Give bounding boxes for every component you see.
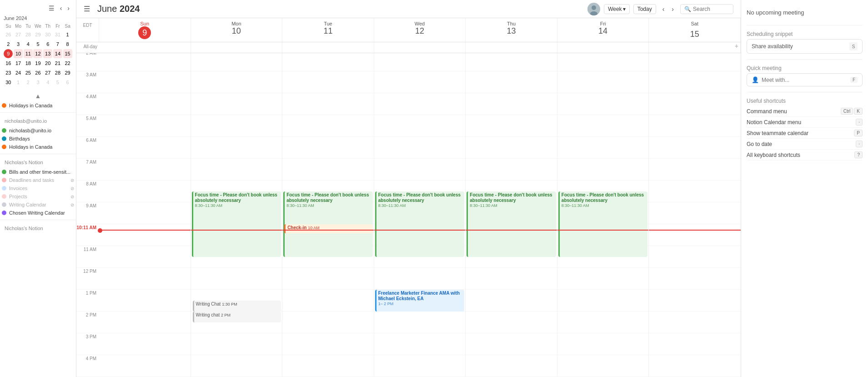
prev-week-btn[interactable]: ‹ <box>660 5 667 14</box>
mini-day-19[interactable]: 19 <box>33 59 42 68</box>
mini-day-31-prev[interactable]: 31 <box>53 30 62 39</box>
event-focus-thu[interactable]: Focus time - Please don't book unless ab… <box>467 191 556 257</box>
mini-cal-prev[interactable]: ‹ <box>58 4 64 13</box>
allday-fri[interactable] <box>557 42 649 53</box>
mini-day-15[interactable]: 15 <box>63 49 72 58</box>
day-col-sun[interactable] <box>99 53 191 377</box>
sidebar-item-nicholasb[interactable]: nicholasb@unito.io <box>0 126 76 135</box>
mini-day-13[interactable]: 13 <box>43 49 52 58</box>
mini-day-10[interactable]: 10 <box>14 49 23 58</box>
mini-day-28-prev[interactable]: 28 <box>24 30 33 39</box>
meet-with-input[interactable] <box>762 77 848 83</box>
event-checkin-tue[interactable]: Check-in 10 AM <box>284 224 373 233</box>
header-wed[interactable]: Wed 12 <box>374 18 466 42</box>
day-col-tue[interactable]: Focus time - Please don't book unless ab… <box>282 53 374 377</box>
mini-day-3-next[interactable]: 3 <box>33 78 42 87</box>
mini-day-6[interactable]: 6 <box>43 40 52 49</box>
calendars-collapse[interactable]: ▲ <box>0 90 76 101</box>
sidebar-item-chosen-writing[interactable]: Chosen Writing Calendar <box>0 209 76 217</box>
mini-day-25[interactable]: 25 <box>24 68 33 77</box>
header-sun[interactable]: Sun 9 <box>99 18 191 42</box>
mini-day-1[interactable]: 1 <box>63 30 72 39</box>
sidebar-item-holidays-personal[interactable]: Holidays in Canada <box>0 143 76 151</box>
mini-day-12[interactable]: 12 <box>33 49 42 58</box>
search-box[interactable]: 🔍 <box>680 4 733 14</box>
sidebar-item-holidays-top[interactable]: Holidays in Canada <box>0 101 76 110</box>
quick-meeting-box[interactable]: 👤 F <box>747 73 863 86</box>
mini-day-24[interactable]: 24 <box>14 68 23 77</box>
sidebar-item-bills[interactable]: Bills and other time-sensit... <box>0 168 76 176</box>
mini-day-18[interactable]: 18 <box>24 59 33 68</box>
mini-day-21[interactable]: 21 <box>53 59 62 68</box>
day-col-thu[interactable]: Focus time - Please don't book unless ab… <box>466 53 557 377</box>
mini-day-4-next[interactable]: 4 <box>43 78 52 87</box>
header-tue[interactable]: Tue 11 <box>282 18 374 42</box>
day-col-wed[interactable]: Focus time - Please don't book unless ab… <box>374 53 466 377</box>
allday-mon[interactable] <box>191 42 283 53</box>
mini-day-17[interactable]: 17 <box>14 59 23 68</box>
event-freelance-wed[interactable]: Freelance Marketer Finance AMA with Mich… <box>375 290 465 312</box>
mini-day-29[interactable]: 29 <box>63 68 72 77</box>
next-week-btn[interactable]: › <box>669 5 677 14</box>
allday-tue[interactable] <box>282 42 374 53</box>
event-writing-chat2-mon[interactable]: Writing chat 2 PM <box>193 312 281 322</box>
allday-sat[interactable]: + <box>649 42 741 53</box>
mini-day-20[interactable]: 20 <box>43 59 52 68</box>
mini-day-14[interactable]: 14 <box>53 49 62 58</box>
mini-day-6-next[interactable]: 6 <box>63 78 72 87</box>
mon-label: Mon <box>193 21 281 26</box>
allday-sun[interactable] <box>99 42 191 53</box>
event-focus-mon[interactable]: Focus time - Please don't book unless ab… <box>192 191 281 257</box>
sidebar-item-deadlines[interactable]: Deadlines and tasks ⊘ <box>0 176 76 184</box>
mini-day-22[interactable]: 22 <box>63 59 72 68</box>
mini-cal-next[interactable]: › <box>65 4 71 13</box>
share-availability-button[interactable]: Share availability S <box>747 39 863 54</box>
header-mon[interactable]: Mon 10 <box>191 18 283 42</box>
day-col-sat[interactable] <box>649 53 741 377</box>
mini-day-9-today[interactable]: 9 <box>4 49 13 58</box>
sat-grid <box>649 53 741 377</box>
sidebar-toggle-btn[interactable]: ☰ <box>84 5 90 13</box>
header-thu[interactable]: Thu 13 <box>466 18 557 42</box>
allday-wed[interactable] <box>374 42 466 53</box>
day-col-mon[interactable]: Focus time - Please don't book unless ab… <box>191 53 283 377</box>
mini-day-28[interactable]: 28 <box>53 68 62 77</box>
sidebar-item-birthdays[interactable]: Birthdays <box>0 135 76 143</box>
mini-day-7[interactable]: 7 <box>53 40 62 49</box>
mini-day-3[interactable]: 3 <box>14 40 23 49</box>
sidebar-toggle[interactable]: ☰ <box>47 4 56 13</box>
sidebar-item-invoices[interactable]: Invoices ⊘ <box>0 184 76 192</box>
wed-h5 <box>374 115 466 137</box>
mini-day-8[interactable]: 8 <box>63 40 72 49</box>
day-col-fri[interactable]: Focus time - Please don't book unless ab… <box>557 53 649 377</box>
mini-day-26-prev[interactable]: 26 <box>4 30 13 39</box>
cal-body-scroll[interactable]: 1 AM 2 AM 3 AM 4 AM 5 AM 6 AM 7 AM 8 AM … <box>76 53 741 377</box>
allday-thu[interactable] <box>466 42 557 53</box>
sidebar-item-projects[interactable]: Projects ⊘ <box>0 192 76 201</box>
event-focus-wed[interactable]: Focus time - Please don't book unless ab… <box>375 191 465 257</box>
mini-day-2-next[interactable]: 2 <box>24 78 33 87</box>
sidebar-item-writing-cal[interactable]: Writing Calendar ⊘ <box>0 201 76 209</box>
mini-day-16[interactable]: 16 <box>4 59 13 68</box>
view-selector[interactable]: Week ▾ <box>604 4 629 14</box>
mini-day-27[interactable]: 27 <box>43 68 52 77</box>
avatar[interactable] <box>587 3 600 15</box>
event-writing-chat-mon[interactable]: Writing Chat 1:30 PM <box>193 301 281 312</box>
mini-day-23[interactable]: 23 <box>4 68 13 77</box>
mini-day-27-prev[interactable]: 27 <box>14 30 23 39</box>
mini-day-4[interactable]: 4 <box>24 40 33 49</box>
mini-day-1-next[interactable]: 1 <box>14 78 23 87</box>
mini-day-5-next[interactable]: 5 <box>53 78 62 87</box>
header-sat[interactable]: Sat 15 <box>649 18 741 42</box>
mini-day-30-prev[interactable]: 30 <box>43 30 52 39</box>
today-button[interactable]: Today <box>633 4 656 14</box>
search-input[interactable] <box>693 6 729 12</box>
mini-day-11[interactable]: 11 <box>24 49 33 58</box>
mini-day-29-prev[interactable]: 29 <box>33 30 42 39</box>
header-fri[interactable]: Fri 14 <box>557 18 649 42</box>
mini-day-2[interactable]: 2 <box>4 40 13 49</box>
mini-day-30[interactable]: 30 <box>4 78 13 87</box>
mini-day-26[interactable]: 26 <box>33 68 42 77</box>
event-focus-fri[interactable]: Focus time - Please don't book unless ab… <box>558 191 648 257</box>
mini-day-5[interactable]: 5 <box>33 40 42 49</box>
